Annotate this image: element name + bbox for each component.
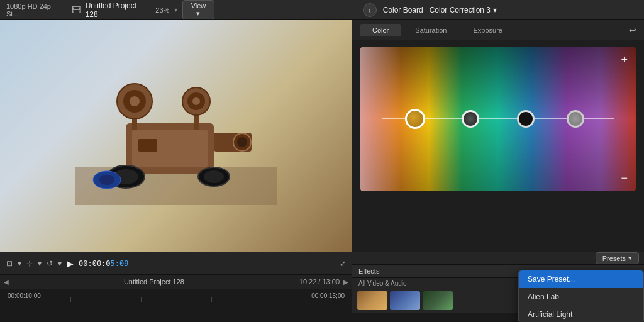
tab-exposure[interactable]: Exposure (460, 24, 514, 36)
svg-point-11 (192, 97, 200, 105)
color-board-back-button[interactable]: ‹ (363, 3, 377, 17)
timeline-nav: ◀ Untitled Project 128 10:22 / 13:00 ▶ (0, 275, 352, 289)
tools-arrow[interactable]: ▾ (38, 259, 42, 268)
correction-title[interactable]: Color Correction 3 ▾ (430, 6, 497, 14)
ruler-time-end: 00:00:15;00 (311, 292, 345, 299)
plus-button[interactable]: + (621, 54, 628, 65)
top-bar-left: 1080p HD 24p, St... 🎞 Untitled Project 1… (6, 0, 214, 19)
undo-button[interactable]: ↩ (629, 26, 636, 35)
ruler-time-start: 00:00:10;00 (8, 292, 41, 299)
timecode-display: 00:00:05:09 (79, 259, 128, 268)
timeline-current-time: 10:22 / 13:00 (299, 278, 340, 286)
gradient-dark-overlay (360, 47, 636, 119)
zoom-level: 23% (155, 6, 169, 14)
video-frame (0, 20, 352, 252)
puck-global[interactable] (405, 109, 425, 129)
video-preview (0, 20, 352, 252)
history-arrow[interactable]: ▾ (58, 259, 62, 268)
zoom-dropdown-arrow[interactable]: ▾ (174, 6, 177, 13)
color-wheel-container: + − (352, 40, 644, 252)
right-bottom: Presets ▾ Save Preset... Alien Lab Artif… (352, 252, 644, 302)
dropdown-icon[interactable]: ▾ (18, 259, 21, 268)
timeline-area: ⊡ ▾ ⊹ ▾ ↺ ▾ ▶ 00:00:05:09 ⤢ ◀ Untitled P… (0, 252, 352, 302)
effect-thumb-cool[interactable] (390, 291, 420, 310)
nav-prev-arrow[interactable]: ◀ (4, 279, 9, 286)
svg-point-14 (237, 137, 247, 147)
svg-rect-15 (138, 139, 157, 152)
layout-icon[interactable]: ⊡ (6, 259, 13, 268)
tools-icon[interactable]: ⊹ (26, 259, 33, 268)
tab-group: Color Saturation Exposure (360, 24, 515, 36)
dropdown-item-artificial-light[interactable]: Artificial Light (519, 306, 643, 322)
svg-point-21 (99, 175, 114, 185)
svg-point-7 (130, 96, 140, 106)
svg-point-19 (204, 170, 224, 183)
presets-dropdown[interactable]: Save Preset... Alien Lab Artificial Ligh… (518, 270, 644, 322)
timeline-controls: ⊡ ▾ ⊹ ▾ ↺ ▾ ▶ 00:00:05:09 ⤢ (0, 252, 352, 275)
color-board-title: Color Board (383, 6, 423, 14)
dropdown-item-save-preset[interactable]: Save Preset... (519, 270, 643, 288)
view-button[interactable]: View ▾ (182, 0, 214, 19)
resolution-label: 1080p HD 24p, St... (6, 3, 67, 18)
film-icon: 🎞 (72, 5, 80, 15)
history-icon[interactable]: ↺ (47, 259, 53, 268)
tabs-bar: Color Saturation Exposure ↩ (352, 20, 644, 40)
tab-saturation[interactable]: Saturation (402, 24, 459, 36)
effect-thumb-green[interactable] (423, 291, 453, 310)
nav-next-arrow[interactable]: ▶ (343, 279, 348, 286)
timeline-project-name: Untitled Project 128 (13, 278, 296, 286)
bottom-section: ⊡ ▾ ⊹ ▾ ↺ ▾ ▶ 00:00:05:09 ⤢ ◀ Untitled P… (0, 252, 644, 302)
timeline-ruler: 00:00:10;00 00:00:15;00 (0, 289, 352, 302)
minus-button[interactable]: − (621, 172, 628, 184)
puck-highlights[interactable] (567, 110, 584, 128)
puck-midtones[interactable] (517, 110, 535, 128)
project-title: Untitled Project 128 (86, 1, 151, 19)
projector-image (75, 67, 277, 205)
tab-color[interactable]: Color (360, 24, 401, 36)
color-board-canvas[interactable]: + − (360, 47, 636, 191)
presets-bar: Presets ▾ (352, 252, 644, 265)
gradient-light-overlay (360, 119, 636, 191)
expand-icon[interactable]: ⤢ (340, 259, 346, 268)
dropdown-item-alien-lab[interactable]: Alien Lab (519, 288, 643, 306)
play-button[interactable]: ▶ (67, 258, 74, 269)
puck-shadows[interactable] (462, 110, 479, 128)
effect-thumb-warm[interactable] (357, 291, 387, 310)
color-board-panel: Color Saturation Exposure ↩ (352, 20, 644, 252)
top-bar: 1080p HD 24p, St... 🎞 Untitled Project 1… (0, 0, 644, 20)
presets-button[interactable]: Presets ▾ (596, 252, 639, 264)
